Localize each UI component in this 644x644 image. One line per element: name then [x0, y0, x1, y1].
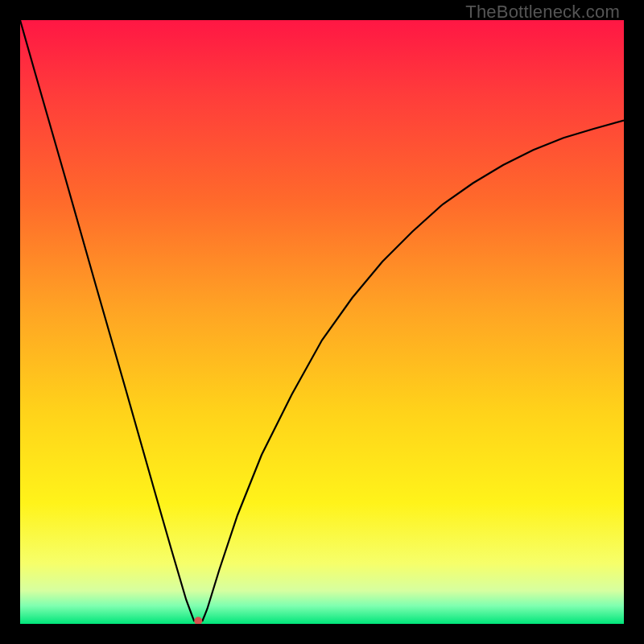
- chart-frame: [20, 20, 624, 624]
- bottleneck-chart: [20, 20, 624, 624]
- chart-background: [20, 20, 624, 624]
